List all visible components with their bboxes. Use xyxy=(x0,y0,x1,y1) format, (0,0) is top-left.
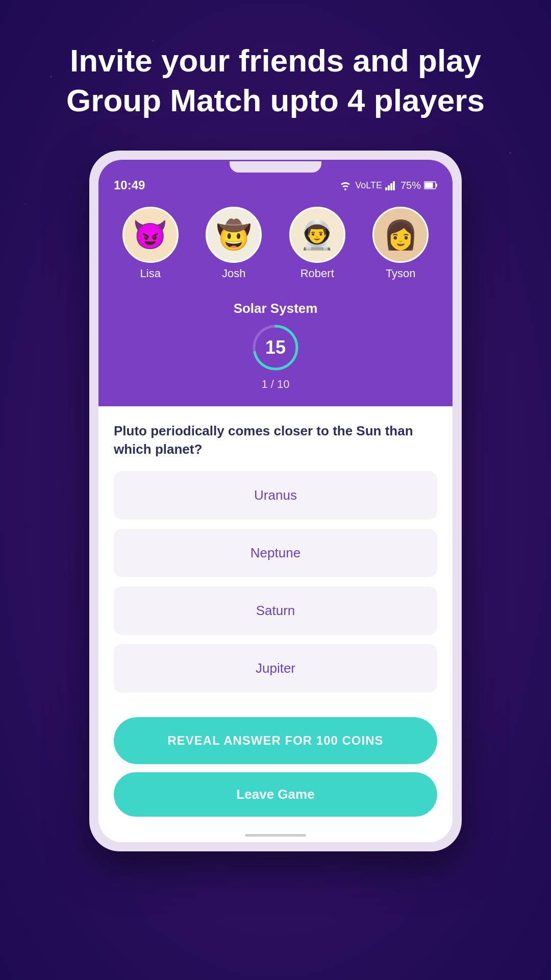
timer-container: 15 xyxy=(253,325,298,371)
player-item: 🤠 Josh xyxy=(206,207,262,280)
timer-number: 15 xyxy=(265,337,286,358)
svg-rect-6 xyxy=(425,183,433,188)
action-buttons: REVEAL ANSWER FOR 100 COINS Leave Game xyxy=(98,712,453,832)
answer-text-jupiter: Jupiter xyxy=(256,660,295,676)
player-avatar-tyson: 👩 xyxy=(372,207,429,263)
player-avatar-josh: 🤠 xyxy=(206,207,262,263)
player-item: 👩 Tyson xyxy=(372,207,429,280)
battery-text: 75% xyxy=(400,180,421,191)
signal-icon xyxy=(385,180,397,190)
home-bar xyxy=(245,834,306,837)
answer-option-saturn[interactable]: Saturn xyxy=(114,586,437,635)
answer-option-uranus[interactable]: Uranus xyxy=(114,471,437,520)
reveal-answer-button[interactable]: REVEAL ANSWER FOR 100 COINS xyxy=(114,717,437,764)
phone-mockup: 10:49 VoLTE 75% xyxy=(89,151,462,851)
phone-screen: 10:49 VoLTE 75% xyxy=(98,160,453,842)
leave-game-label: Leave Game xyxy=(236,787,314,802)
question-content: Pluto periodically comes closer to the S… xyxy=(98,406,453,712)
wifi-icon xyxy=(339,180,352,190)
answer-text-uranus: Uranus xyxy=(254,487,297,503)
answer-option-jupiter[interactable]: Jupiter xyxy=(114,644,437,693)
status-time: 10:49 xyxy=(114,178,145,192)
headline: Invite your friends and play Group Match… xyxy=(36,0,515,151)
svg-rect-2 xyxy=(388,185,390,190)
quiz-category: Solar System xyxy=(109,301,442,316)
home-indicator xyxy=(98,832,453,842)
question-text: Pluto periodically comes closer to the S… xyxy=(114,422,437,459)
player-name-tyson: Tyson xyxy=(386,267,416,280)
status-icons: VoLTE 75% xyxy=(339,180,437,191)
player-item: 👨‍🚀 Robert xyxy=(289,207,345,280)
player-name-robert: Robert xyxy=(300,267,334,280)
player-name-lisa: Lisa xyxy=(140,267,161,280)
answer-option-neptune[interactable]: Neptune xyxy=(114,529,437,577)
svg-rect-1 xyxy=(385,187,387,190)
svg-rect-4 xyxy=(393,181,395,190)
player-item: 😈 Lisa xyxy=(122,207,179,280)
svg-rect-7 xyxy=(436,184,437,187)
svg-point-0 xyxy=(344,188,346,190)
svg-rect-3 xyxy=(390,183,392,190)
player-avatar-lisa: 😈 xyxy=(122,207,179,263)
answer-text-saturn: Saturn xyxy=(256,603,295,618)
leave-game-button[interactable]: Leave Game xyxy=(114,772,437,817)
network-label: VoLTE xyxy=(355,180,382,191)
status-bar: 10:49 VoLTE 75% xyxy=(98,174,453,197)
headline-line2: Group Match upto 4 players xyxy=(66,83,485,118)
notch-bump xyxy=(230,161,321,173)
player-avatar-robert: 👨‍🚀 xyxy=(289,207,345,263)
phone-notch xyxy=(98,160,453,174)
player-name-josh: Josh xyxy=(222,267,245,280)
battery-icon xyxy=(424,181,437,189)
reveal-answer-label: REVEAL ANSWER FOR 100 COINS xyxy=(167,733,383,747)
answer-text-neptune: Neptune xyxy=(251,545,300,560)
headline-line1: Invite your friends and play xyxy=(70,43,481,78)
quiz-progress: 1 / 10 xyxy=(109,378,442,391)
players-section: 😈 Lisa 🤠 Josh 👨‍🚀 Robert 👩 Tyson xyxy=(98,197,453,296)
quiz-header: Solar System 15 1 / 10 xyxy=(98,296,453,406)
